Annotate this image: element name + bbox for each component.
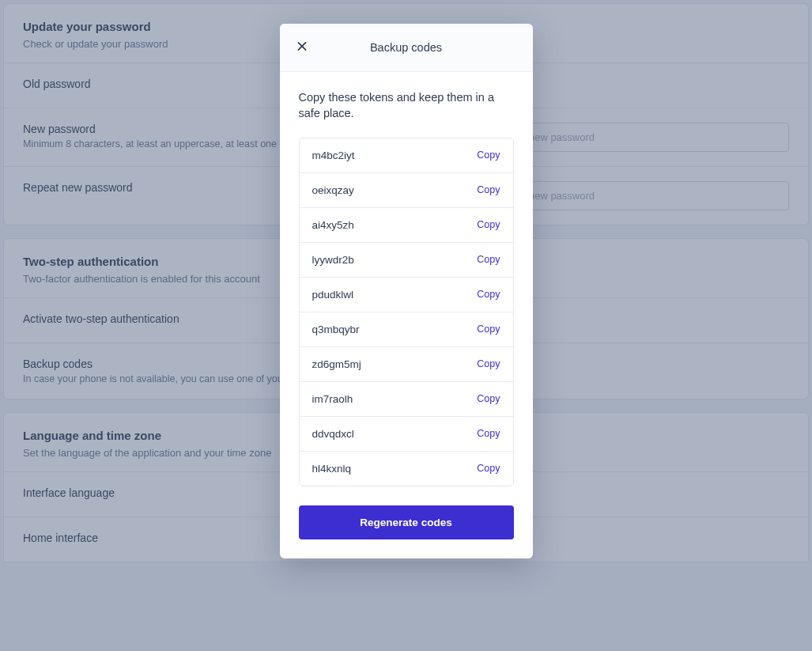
copy-code-button[interactable]: Copy xyxy=(477,150,500,161)
copy-code-button[interactable]: Copy xyxy=(477,289,500,300)
modal-title: Backup codes xyxy=(293,41,520,54)
copy-code-button[interactable]: Copy xyxy=(477,184,500,195)
code-row: hl4kxnlqCopy xyxy=(300,452,513,486)
code-row: ddvqdxclCopy xyxy=(300,417,513,452)
code-list: m4bc2iytCopyoeixqzayCopyai4xy5zhCopylyyw… xyxy=(299,138,514,486)
copy-code-button[interactable]: Copy xyxy=(477,358,500,369)
code-row: m4bc2iytCopy xyxy=(300,138,513,173)
code-value: hl4kxnlq xyxy=(312,463,352,475)
copy-code-button[interactable]: Copy xyxy=(477,254,500,265)
copy-code-button[interactable]: Copy xyxy=(477,428,500,439)
copy-code-button[interactable]: Copy xyxy=(477,463,500,474)
code-row: pdudklwlCopy xyxy=(300,278,513,312)
code-value: ddvqdxcl xyxy=(312,428,354,440)
regenerate-codes-button[interactable]: Regenerate codes xyxy=(299,505,514,539)
code-value: lyywdr2b xyxy=(312,254,354,266)
backup-codes-modal: Backup codes Copy these tokens and keep … xyxy=(280,24,533,558)
code-value: zd6gm5mj xyxy=(312,358,361,370)
copy-code-button[interactable]: Copy xyxy=(477,219,500,230)
modal-instruction: Copy these tokens and keep them in a saf… xyxy=(299,89,514,122)
copy-code-button[interactable]: Copy xyxy=(477,324,500,335)
close-icon xyxy=(296,40,308,55)
code-value: im7raolh xyxy=(312,393,353,405)
code-row: zd6gm5mjCopy xyxy=(300,347,513,382)
close-modal-button[interactable] xyxy=(293,37,312,59)
code-value: oeixqzay xyxy=(312,184,354,196)
copy-code-button[interactable]: Copy xyxy=(477,393,500,404)
code-value: ai4xy5zh xyxy=(312,219,354,231)
code-row: ai4xy5zhCopy xyxy=(300,208,513,243)
code-row: lyywdr2bCopy xyxy=(300,243,513,278)
code-value: m4bc2iyt xyxy=(312,150,355,161)
code-row: im7raolhCopy xyxy=(300,382,513,417)
code-value: q3mbqybr xyxy=(312,324,360,335)
code-value: pdudklwl xyxy=(312,289,354,301)
code-row: oeixqzayCopy xyxy=(300,173,513,208)
code-row: q3mbqybrCopy xyxy=(300,312,513,347)
